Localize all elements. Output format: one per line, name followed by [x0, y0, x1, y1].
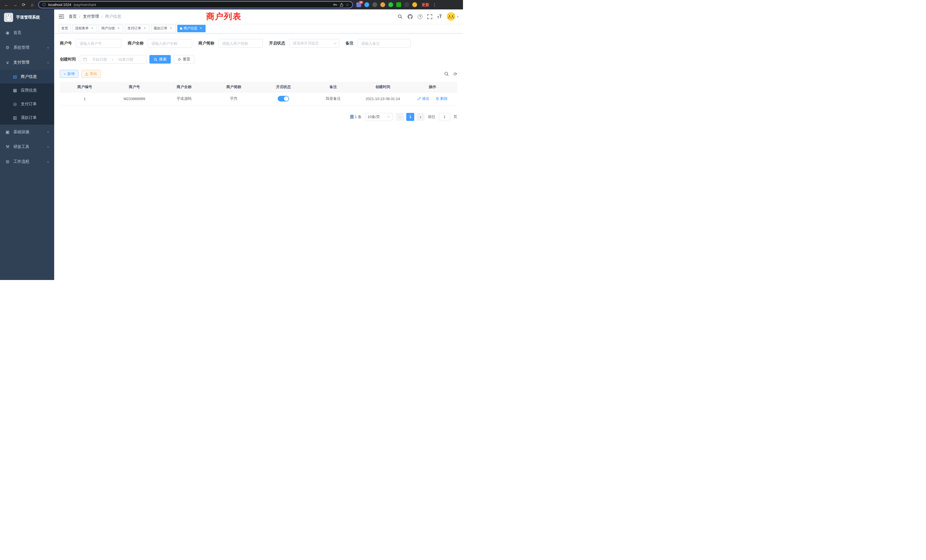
fullscreen-icon[interactable]	[427, 14, 432, 19]
end-date-input[interactable]	[115, 57, 136, 62]
browser-menu-icon[interactable]: ⋮	[431, 2, 438, 8]
next-page-button[interactable]: ›	[416, 113, 425, 121]
extension-icon[interactable]	[365, 2, 369, 7]
cell-short-name: 芋艿	[209, 92, 259, 105]
merchant-table: 商户编号 商户号 商户全称 商户简称 开启状态 备注 创建时间 操作 1	[60, 82, 457, 106]
full-name-input[interactable]	[148, 39, 192, 48]
calendar-icon	[83, 57, 87, 61]
user-avatar	[447, 12, 455, 21]
breadcrumb-payment[interactable]: 支付管理	[83, 14, 99, 19]
extension-icon[interactable]: 10	[356, 2, 361, 7]
search-button[interactable]: 搜索	[150, 55, 171, 64]
cell-status	[259, 92, 308, 105]
tab-home[interactable]: 首页	[59, 25, 71, 32]
close-icon[interactable]: ×	[90, 26, 94, 30]
page-1-button[interactable]: 1	[406, 113, 414, 121]
github-icon[interactable]	[407, 14, 413, 20]
close-icon[interactable]: ×	[142, 26, 147, 30]
close-icon[interactable]: ×	[117, 26, 121, 30]
sidebar-item-infrastructure[interactable]: ▣ 基础设施 ∨	[0, 125, 54, 139]
sidebar-item-label: 支付订单	[21, 101, 49, 107]
add-button[interactable]: + 新增	[60, 70, 79, 78]
payment-submenu: ▤ 商户信息 ▦ 应用信息 ◎ 支付订单 ▥ 退款订单	[0, 70, 54, 125]
sidebar-item-refund-order[interactable]: ▥ 退款订单	[0, 111, 54, 125]
short-name-input[interactable]	[218, 39, 263, 48]
browser-update-button[interactable]: 更新	[422, 2, 429, 8]
status-select[interactable]: 请选择开启状态	[289, 39, 339, 48]
export-button[interactable]: 导出	[81, 70, 101, 78]
page-size-select[interactable]: 10条/页	[365, 113, 393, 121]
help-icon[interactable]: ?	[418, 14, 422, 19]
extension-icon[interactable]	[372, 2, 377, 7]
plus-icon: +	[64, 72, 66, 76]
extension-icon[interactable]	[388, 2, 393, 7]
close-icon[interactable]: ×	[199, 26, 203, 30]
field-remark: 备注	[345, 39, 410, 48]
bookmark-star-icon[interactable]: ☆	[346, 3, 349, 7]
field-label: 商户全称	[128, 41, 144, 46]
sidebar-item-home[interactable]: ◉ 首页	[0, 26, 54, 40]
extension-icon[interactable]	[396, 2, 401, 7]
tab-pay-order[interactable]: 支付订单 ×	[125, 25, 150, 32]
field-full-name: 商户全称	[128, 39, 192, 48]
chevron-down-icon: ∨	[47, 146, 49, 148]
annotation-merchant-list: 商户列表	[206, 11, 242, 22]
address-bar[interactable]: ⓘ localhost:1024/pay/merchant ☆	[38, 1, 353, 8]
sidebar-item-dev-tools[interactable]: ⚒ 研发工具 ∨	[0, 139, 54, 154]
tab-refund-order[interactable]: 退款订单 ×	[151, 25, 176, 32]
caret-down-icon: ▾	[457, 15, 458, 18]
pagination: 共 1 条 10条/页 ‹ 1 › 前往 页	[60, 113, 457, 121]
sidebar-item-workflow[interactable]: ⊞ 工作流程 ∨	[0, 154, 54, 169]
merchant-no-input[interactable]	[76, 39, 121, 48]
chevron-down-icon	[387, 116, 390, 118]
tab-label: 用户分组	[101, 26, 115, 31]
sidebar-item-app-info[interactable]: ▦ 应用信息	[0, 83, 54, 97]
password-key-icon[interactable]	[333, 3, 337, 7]
tab-user-group[interactable]: 用户分组 ×	[98, 25, 123, 32]
share-icon[interactable]	[340, 3, 343, 7]
goto-page-input[interactable]	[439, 113, 450, 121]
app-grid-icon: ▦	[12, 88, 17, 93]
sidebar-item-system[interactable]: ⚙ 系统管理 ∨	[0, 40, 54, 55]
breadcrumb-home[interactable]: 首页	[69, 14, 77, 19]
create-time-range-picker[interactable]: -	[80, 55, 147, 64]
status-toggle[interactable]	[278, 96, 289, 101]
browser-back-icon[interactable]: ←	[2, 1, 11, 9]
chevron-down-icon: ∨	[47, 47, 49, 49]
extension-icon[interactable]	[380, 2, 385, 7]
close-icon[interactable]: ×	[169, 26, 173, 30]
tools-icon: ⚒	[5, 144, 10, 150]
field-label: 备注	[345, 41, 354, 46]
content: 商户号 商户全称 商户简称 开启状态 请选择开启状态	[54, 33, 463, 280]
sidebar-item-pay-order[interactable]: ◎ 支付订单	[0, 97, 54, 111]
extension-icon[interactable]	[404, 2, 409, 7]
tab-process-form[interactable]: 流程表单 ×	[73, 25, 97, 32]
search-icon[interactable]	[398, 14, 402, 19]
prev-page-button[interactable]: ‹	[396, 113, 404, 121]
hamburger-icon[interactable]	[59, 14, 64, 19]
remark-input[interactable]	[357, 39, 410, 48]
sidebar-item-payment[interactable]: ¥ 支付管理 ∧	[0, 55, 54, 70]
tab-merchant-info[interactable]: 商户信息 ×	[177, 25, 206, 32]
add-button-label: 新增	[67, 71, 75, 76]
start-date-input[interactable]	[89, 57, 110, 62]
browser-home-icon[interactable]: ⌂	[28, 1, 36, 9]
app: 芋道管理系统 ◉ 首页 ⚙ 系统管理 ∨ ¥ 支付管理 ∧ ▤ 商户信息	[0, 9, 463, 280]
browser-reload-icon[interactable]: ⟳	[20, 1, 28, 9]
sidebar-item-merchant-info[interactable]: ▤ 商户信息	[0, 70, 54, 83]
tab-label: 退款订单	[154, 26, 167, 31]
refresh-table-icon[interactable]: ⟳	[454, 71, 457, 77]
sidebar-logo[interactable]: 芋道管理系统	[0, 9, 54, 26]
user-avatar-menu[interactable]: ▾	[447, 12, 458, 21]
tab-label: 首页	[61, 26, 68, 31]
edit-link[interactable]: 修改	[418, 96, 429, 101]
toggle-search-icon[interactable]	[444, 71, 449, 76]
site-info-icon[interactable]: ⓘ	[42, 2, 46, 8]
browser-profile-avatar[interactable]	[412, 2, 417, 7]
field-label: 商户号	[60, 41, 72, 46]
reset-button[interactable]: ⟳ 重置	[174, 55, 194, 64]
browser-forward-icon[interactable]: →	[11, 1, 20, 9]
search-button-label: 搜索	[159, 57, 166, 62]
font-size-icon[interactable]: TT	[437, 14, 442, 19]
delete-link[interactable]: 删除	[436, 96, 448, 101]
